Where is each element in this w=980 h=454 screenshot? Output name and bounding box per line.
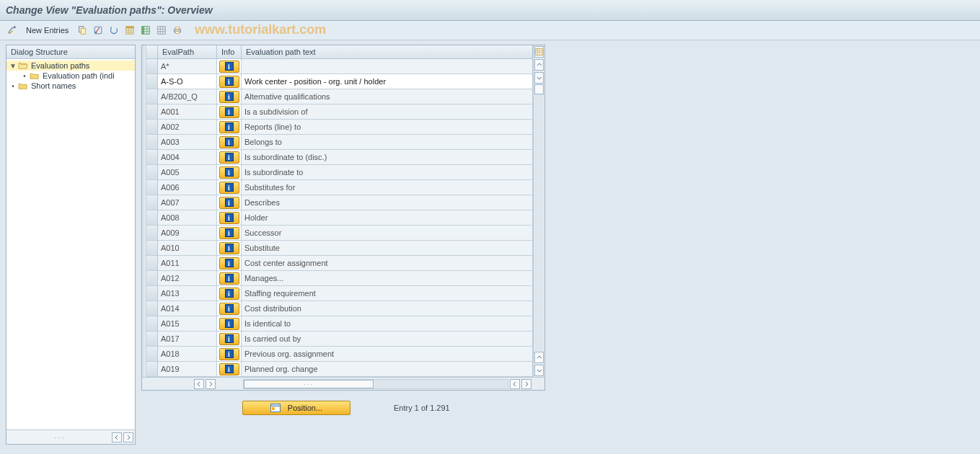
row-selector[interactable] [146, 150, 158, 165]
evalpath-cell[interactable]: A008 [158, 210, 217, 226]
evalpath-cell[interactable]: A001 [158, 104, 217, 120]
evalpath-cell[interactable]: A015 [158, 316, 217, 331]
row-selector[interactable] [146, 104, 158, 120]
scroll-right-icon[interactable] [123, 432, 133, 442]
info-button[interactable]: i [219, 121, 239, 133]
row-selector[interactable] [146, 316, 158, 331]
evaluation-path-text-cell[interactable] [242, 59, 533, 74]
scroll-right-icon[interactable] [521, 379, 531, 389]
column-header-evalpath[interactable]: EvalPath [158, 45, 217, 58]
info-button[interactable]: i [219, 106, 239, 118]
evalpath-cell[interactable]: A014 [158, 301, 217, 316]
column-header-info[interactable]: Info [217, 45, 242, 58]
evalpath-cell[interactable]: A019 [158, 362, 217, 377]
row-selector[interactable] [146, 135, 158, 150]
evalpath-cell[interactable]: A007 [158, 195, 217, 210]
evalpath-cell[interactable]: A-S-O [158, 74, 217, 89]
other-view-icon[interactable] [6, 24, 19, 37]
info-button[interactable]: i [219, 166, 239, 179]
info-button[interactable]: i [219, 303, 239, 315]
info-button[interactable]: i [219, 288, 239, 300]
info-button[interactable]: i [219, 136, 239, 148]
info-button[interactable]: i [219, 333, 239, 345]
evalpath-cell[interactable]: A012 [158, 271, 217, 286]
info-button[interactable]: i [219, 151, 239, 164]
row-selector[interactable] [146, 74, 158, 89]
undo-change-icon[interactable] [107, 24, 120, 37]
info-button[interactable]: i [219, 242, 239, 254]
tree-node-evaluation-path-ind[interactable]: • Evaluation path (indi [6, 71, 135, 81]
row-selector[interactable] [146, 331, 158, 347]
info-button[interactable]: i [219, 61, 239, 73]
evaluation-path-text-cell[interactable]: Previous org. assignment [242, 347, 533, 362]
row-selector[interactable] [146, 286, 158, 301]
evalpath-cell[interactable]: A018 [158, 347, 217, 362]
evaluation-path-text-cell[interactable]: Work center - position - org. unit / hol… [242, 74, 533, 89]
evaluation-path-text-cell[interactable]: Alternative qualifications [242, 89, 533, 104]
scroll-left-icon[interactable] [112, 432, 122, 442]
evaluation-path-text-cell[interactable]: Is carried out by [242, 331, 533, 347]
evalpath-cell[interactable]: A011 [158, 256, 217, 271]
horizontal-scroll-thumb[interactable]: ··· [244, 380, 374, 388]
row-selector[interactable] [146, 271, 158, 286]
deselect-all-icon[interactable] [155, 24, 168, 37]
evaluation-path-text-cell[interactable]: Is subordinate to (disc.) [242, 150, 533, 165]
horizontal-scroll-track[interactable]: ··· [243, 379, 508, 389]
copy-as-icon[interactable] [76, 24, 89, 37]
info-button[interactable]: i [219, 197, 239, 209]
evaluation-path-text-cell[interactable]: Planned org. change [242, 362, 533, 377]
evalpath-cell[interactable]: A013 [158, 286, 217, 301]
evaluation-path-text-cell[interactable]: Manages... [242, 271, 533, 286]
table-config-icon[interactable] [534, 46, 544, 58]
delete-icon[interactable] [92, 24, 105, 37]
info-button[interactable]: i [219, 318, 239, 330]
evalpath-cell[interactable]: A006 [158, 180, 217, 195]
select-all-icon[interactable] [123, 24, 136, 37]
evalpath-cell[interactable]: A017 [158, 331, 217, 347]
evaluation-path-text-cell[interactable]: Cost center assignment [242, 256, 533, 271]
row-selector[interactable] [146, 347, 158, 362]
evalpath-cell[interactable]: A004 [158, 150, 217, 165]
vertical-scroll-thumb[interactable] [534, 84, 544, 94]
scroll-up-icon[interactable] [534, 59, 544, 71]
print-icon[interactable] [171, 24, 184, 37]
row-selector[interactable] [146, 362, 158, 377]
select-block-icon[interactable] [139, 24, 152, 37]
evaluation-path-text-cell[interactable]: Is subordinate to [242, 165, 533, 180]
row-selector[interactable] [146, 226, 158, 241]
row-selector[interactable] [146, 59, 158, 74]
vertical-scroll-track[interactable] [534, 84, 544, 351]
evaluation-path-text-cell[interactable]: Staffing requirement [242, 286, 533, 301]
info-button[interactable]: i [219, 182, 239, 194]
evaluation-path-text-cell[interactable]: Substitute [242, 241, 533, 256]
tree-node-short-names[interactable]: • Short names [6, 81, 135, 91]
resize-handle-icon[interactable]: ··· [8, 433, 112, 442]
evalpath-cell[interactable]: A005 [158, 165, 217, 180]
row-selector[interactable] [146, 301, 158, 316]
tree-expand-icon[interactable]: ▼ [9, 62, 17, 69]
scroll-down-icon[interactable] [534, 365, 544, 376]
evalpath-cell[interactable]: A* [158, 59, 217, 74]
info-button[interactable]: i [219, 348, 239, 360]
evaluation-path-text-cell[interactable]: Belongs to [242, 135, 533, 150]
info-button[interactable]: i [219, 91, 239, 103]
row-selector[interactable] [146, 89, 158, 104]
scroll-left-icon[interactable] [510, 379, 520, 389]
evaluation-path-text-cell[interactable]: Holder [242, 210, 533, 226]
info-button[interactable]: i [219, 76, 239, 88]
scroll-right-icon[interactable] [206, 379, 216, 389]
scroll-left-icon[interactable] [194, 379, 204, 389]
row-selector[interactable] [146, 165, 158, 180]
evaluation-path-text-cell[interactable]: Substitutes for [242, 180, 533, 195]
evaluation-path-text-cell[interactable]: Is identical to [242, 316, 533, 331]
row-selector[interactable] [146, 120, 158, 135]
vertical-scrollbar[interactable] [533, 45, 544, 377]
column-header-selector[interactable] [146, 45, 158, 58]
row-selector[interactable] [146, 195, 158, 210]
evalpath-cell[interactable]: A/B200_Q [158, 89, 217, 104]
evaluation-path-text-cell[interactable]: Is a subdivision of [242, 104, 533, 120]
new-entries-button[interactable]: New Entries [22, 25, 73, 36]
info-button[interactable]: i [219, 272, 239, 285]
evaluation-path-text-cell[interactable]: Successor [242, 226, 533, 241]
evaluation-path-text-cell[interactable]: Describes [242, 195, 533, 210]
